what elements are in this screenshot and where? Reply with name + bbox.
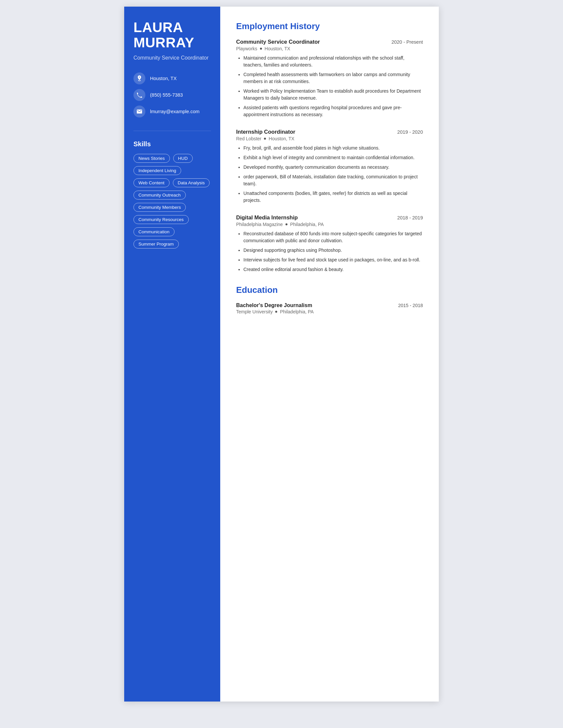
edu-header: Bachelor's Degree Journalism2015 - 2018 [236, 302, 423, 308]
sidebar: LAURA MURRAY Community Service Coordinat… [124, 7, 220, 702]
job-header: Digital Media Internship2018 - 2019 [236, 214, 423, 221]
edu-school: Temple UniversityPhiladelphia, PA [236, 309, 423, 314]
job-company: Philadelphia MagazinePhiladelphia, PA [236, 222, 423, 227]
company-location: Houston, TX [264, 46, 291, 51]
skill-tag: Web Content [133, 178, 169, 187]
bullet-item: Assisted patients with questions regardi… [243, 104, 423, 118]
phone-text: (850) 555-7383 [150, 92, 183, 98]
job-company: Red LobsterHouston, TX [236, 136, 423, 141]
company-name: Philadelphia Magazine [236, 222, 283, 227]
company-location: Houston, TX [268, 136, 295, 141]
jobs-container: Community Service Coordinator2020 - Pres… [236, 39, 423, 273]
candidate-title: Community Service Coordinator [133, 54, 211, 62]
email-icon [133, 106, 145, 117]
company-location: Philadelphia, PA [290, 222, 324, 227]
skill-tag: Communication [133, 227, 174, 236]
job-block: Internship Coordinator2019 - 2020Red Lob… [236, 129, 423, 204]
job-title: Internship Coordinator [236, 129, 296, 135]
skill-tag: Community Members [133, 203, 186, 212]
resume-container: LAURA MURRAY Community Service Coordinat… [124, 7, 439, 702]
job-company: PlayworksHouston, TX [236, 46, 423, 51]
contact-location: Houston, TX [133, 72, 211, 84]
job-bullets: Fry, broil, grill, and assemble food pla… [236, 145, 423, 204]
bullet-item: Interview subjects for live feed and sto… [243, 256, 423, 263]
edu-block: Bachelor's Degree Journalism2015 - 2018T… [236, 302, 423, 314]
job-bullets: Maintained communication and professiona… [236, 55, 423, 118]
dot-separator [264, 138, 266, 140]
bullet-item: Reconstructed database of 800 funds into… [243, 230, 423, 244]
skill-tag: Summer Program [133, 240, 179, 249]
bullet-item: Developed monthly, quarterly communicati… [243, 164, 423, 171]
company-name: Playworks [236, 46, 257, 51]
skill-tag: Community Resources [133, 215, 189, 224]
school-name: Temple University [236, 309, 272, 314]
contact-section: Houston, TX (850) 555-7383 lmurray@examp… [133, 72, 211, 117]
bullet-item: Fry, broil, grill, and assemble food pla… [243, 145, 423, 152]
bullet-item: order paperwork, Bill of Materials, inst… [243, 173, 423, 187]
bullet-item: Created online editorial around fashion … [243, 266, 423, 273]
dot-separator [260, 48, 262, 50]
bullet-item: Completed health assessments with farmwo… [243, 71, 423, 85]
job-dates: 2019 - 2020 [398, 129, 423, 135]
phone-icon [133, 89, 145, 101]
main-content: Employment History Community Service Coo… [220, 7, 439, 702]
skill-tag: Data Analysis [173, 178, 210, 187]
bullet-item: Designed supporting graphics using Photo… [243, 247, 423, 254]
bullet-item: Unattached components (bodies, lift gate… [243, 190, 423, 204]
skills-heading: Skills [133, 140, 211, 148]
education-section: Education Bachelor's Degree Journalism20… [236, 285, 423, 314]
email-text: lmurray@example.com [150, 109, 199, 114]
edu-container: Bachelor's Degree Journalism2015 - 2018T… [236, 302, 423, 314]
edu-degree: Bachelor's Degree Journalism [236, 302, 312, 308]
bullet-item: Worked with Policy Implementation Team t… [243, 88, 423, 102]
location-text: Houston, TX [150, 76, 176, 81]
skill-tag: Community Outreach [133, 191, 186, 200]
education-heading: Education [236, 285, 423, 295]
job-title: Community Service Coordinator [236, 39, 320, 45]
skill-tag: HUD [173, 154, 193, 163]
dot-separator [286, 223, 288, 225]
job-dates: 2020 - Present [392, 39, 423, 45]
job-bullets: Reconstructed database of 800 funds into… [236, 230, 423, 273]
job-title: Digital Media Internship [236, 214, 298, 221]
employment-heading: Employment History [236, 21, 423, 31]
contact-phone: (850) 555-7383 [133, 89, 211, 101]
company-name: Red Lobster [236, 136, 261, 141]
skill-tag: Independent Living [133, 166, 181, 175]
bullet-item: Exhibit a high level of integrity and co… [243, 154, 423, 161]
dot-separator [275, 311, 277, 313]
candidate-name: LAURA MURRAY [133, 20, 211, 50]
school-location: Philadelphia, PA [280, 309, 314, 314]
sidebar-divider [133, 131, 211, 131]
skills-list: News StoriesHUDIndependent LivingWeb Con… [133, 154, 211, 249]
job-header: Internship Coordinator2019 - 2020 [236, 129, 423, 135]
edu-dates: 2015 - 2018 [398, 303, 423, 308]
job-block: Digital Media Internship2018 - 2019Phila… [236, 214, 423, 273]
contact-email: lmurray@example.com [133, 106, 211, 117]
job-block: Community Service Coordinator2020 - Pres… [236, 39, 423, 118]
location-icon [133, 72, 145, 84]
job-header: Community Service Coordinator2020 - Pres… [236, 39, 423, 45]
bullet-item: Maintained communication and professiona… [243, 55, 423, 68]
job-dates: 2018 - 2019 [398, 215, 423, 220]
skill-tag: News Stories [133, 154, 170, 163]
